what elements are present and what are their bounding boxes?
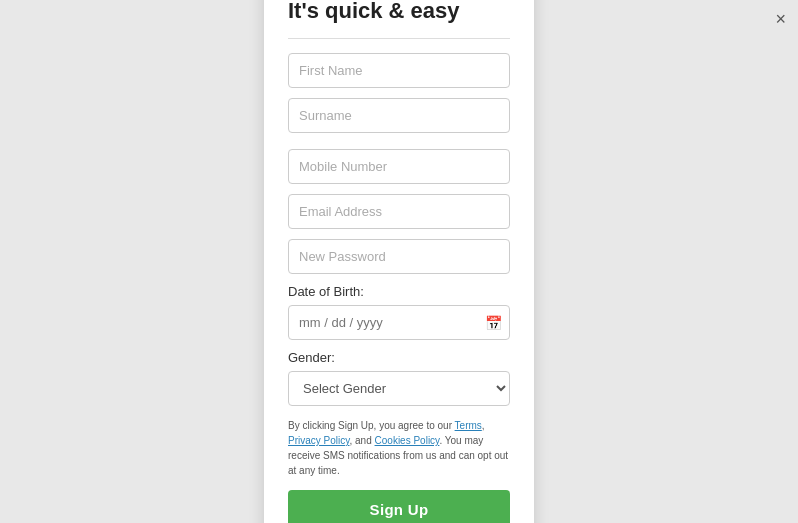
signup-button[interactable]: Sign Up [288,490,510,523]
mobile-group [288,149,510,184]
close-button[interactable]: × [775,10,786,28]
terms-link[interactable]: Terms [455,420,482,431]
legal-and: , and [350,435,375,446]
modal-title: It's quick & easy [288,0,510,24]
dob-group: Date of Birth: 📅 [288,284,510,340]
password-group [288,239,510,274]
cookies-link[interactable]: Cookies Policy [375,435,440,446]
gender-group: Gender: Select Gender Male Female Other [288,350,510,406]
divider [288,38,510,39]
signup-modal: It's quick & easy Date of Birth: 📅 Gen [264,0,534,523]
dob-label: Date of Birth: [288,284,510,299]
password-input[interactable] [288,239,510,274]
email-group [288,194,510,229]
gender-select[interactable]: Select Gender Male Female Other [288,371,510,406]
gender-label: Gender: [288,350,510,365]
email-input[interactable] [288,194,510,229]
legal-text-before: By clicking Sign Up, you agree to our [288,420,455,431]
legal-text: By clicking Sign Up, you agree to our Te… [288,418,510,478]
surname-group [288,98,510,133]
mobile-input[interactable] [288,149,510,184]
first-name-group [288,53,510,88]
first-name-input[interactable] [288,53,510,88]
overlay: × It's quick & easy Date of Birth: 📅 [0,0,798,523]
dob-wrapper: 📅 [288,305,510,340]
legal-comma1: , [482,420,485,431]
surname-input[interactable] [288,98,510,133]
privacy-link[interactable]: Privacy Policy [288,435,350,446]
dob-input[interactable] [288,305,510,340]
